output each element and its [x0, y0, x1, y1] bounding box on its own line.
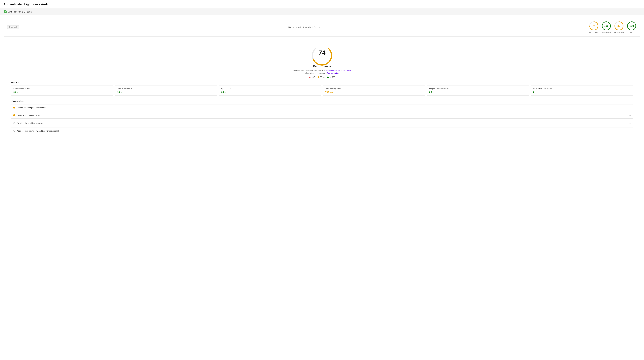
metric-name: Cumulative Layout Shift — [533, 88, 630, 90]
score-ring: 100 — [626, 21, 637, 31]
metric-value: 1.0 s — [117, 91, 215, 93]
diag-square-icon — [14, 107, 15, 109]
score-value: 83 — [618, 25, 620, 28]
audit-url: https://testevolve.testevolve.io/signin — [288, 26, 320, 28]
diag-left: Keep request counts low and transfer siz… — [14, 130, 59, 132]
audit-card: lh pre auth https://testevolve.testevolv… — [4, 18, 640, 37]
metric-card: First Contentful Paint 0.0 s — [11, 86, 113, 96]
page-title: Authenticated Lighthouse Audit — [4, 3, 640, 6]
perf-legend: 0-49 50-89 90-100 — [309, 76, 335, 78]
metric-card: Time to interactive 1.0 s — [115, 86, 217, 96]
score-label: Best Practices — [614, 32, 624, 33]
big-gauge: 74 — [310, 44, 334, 63]
metrics-title: Metrics — [11, 81, 633, 84]
step-text: I execute a LH audit — [13, 11, 32, 13]
legend-tri-icon — [309, 77, 311, 78]
calculator-link[interactable]: See calculator — [327, 72, 338, 74]
step-bold: And — [8, 11, 12, 13]
legend-range-0-49: 0-49 — [312, 76, 315, 78]
metric-value: 700 ms — [325, 91, 423, 93]
legend-90-100: 90-100 — [327, 76, 335, 78]
legend-range-90-100: 90-100 — [330, 76, 335, 78]
metric-card: Cumulative Layout Shift 0 — [531, 86, 633, 96]
perf-score-link[interactable]: performance score is calculated — [326, 69, 351, 71]
score-label: Accessibility — [602, 32, 611, 33]
metric-name: Total Blocking Time — [325, 88, 423, 90]
metric-name: Speed Index — [221, 88, 319, 90]
metrics-grid: First Contentful Paint 0.0 s Time to int… — [11, 86, 633, 96]
metric-name: Time to interactive — [117, 88, 215, 90]
chevron-down-icon: ⌵ — [630, 130, 630, 132]
score-circle-performance: 74 Performance — [589, 21, 599, 33]
diagnostics-list: Reduce JavaScript execution time ⌵ Minim… — [11, 104, 633, 134]
score-circle-best-practices: 83 Best Practices — [614, 21, 624, 33]
diagnostics-section: Diagnostics Reduce JavaScript execution … — [7, 100, 637, 138]
scores-row: 74 Performance 100 Accessibility 83 Best… — [589, 21, 637, 33]
diag-label: Keep request counts low and transfer siz… — [17, 130, 59, 132]
legend-0-49: 0-49 — [309, 76, 315, 78]
diag-label: Reduce JavaScript execution time — [17, 107, 46, 109]
diag-left: Avoid chaining critical requests — [14, 122, 43, 124]
perf-desc: Values are estimated and may vary. The p… — [292, 69, 352, 75]
diag-circle-icon — [14, 130, 15, 132]
diagnostics-item[interactable]: Avoid chaining critical requests ⌵ — [11, 120, 633, 126]
big-score-text: 74 — [318, 49, 326, 56]
diag-left: Minimize main-thread work — [14, 114, 40, 117]
step-check-icon: ✓ — [4, 10, 7, 14]
performance-section: 74 Performance Values are estimated and … — [4, 39, 640, 141]
diagnostics-title: Diagnostics — [11, 100, 633, 103]
legend-range-50-89: 50-89 — [320, 76, 324, 78]
metric-value: 0.7 s — [429, 91, 527, 93]
score-ring: 83 — [614, 21, 624, 31]
score-label: Performance — [589, 32, 598, 33]
score-circle-seo: 100 SEO — [626, 21, 637, 33]
score-value: 74 — [592, 25, 595, 28]
chevron-down-icon: ⌵ — [630, 122, 630, 124]
score-ring: 100 — [601, 21, 612, 31]
legend-50-89: 50-89 — [318, 76, 324, 78]
metric-card: Largest Contentful Paint 0.7 s — [427, 86, 529, 96]
metric-value: 0 — [533, 91, 630, 93]
step-label: And I execute a LH audit — [8, 11, 32, 13]
diag-square-icon — [14, 114, 15, 116]
legend-dot-orange — [318, 77, 319, 78]
diag-left: Reduce JavaScript execution time — [14, 107, 46, 109]
chevron-down-icon: ⌵ — [630, 106, 630, 109]
page-header: Authenticated Lighthouse Audit — [0, 0, 644, 8]
score-value: 100 — [604, 25, 608, 28]
chevron-down-icon: ⌵ — [630, 114, 630, 117]
diag-circle-icon — [14, 122, 15, 124]
diagnostics-item[interactable]: Reduce JavaScript execution time ⌵ — [11, 104, 633, 111]
legend-dot-green — [327, 77, 329, 78]
score-label: SEO — [630, 32, 633, 33]
score-value: 100 — [630, 25, 634, 28]
score-ring: 74 — [589, 21, 599, 31]
pre-auth-badge: lh pre auth — [7, 25, 19, 29]
score-circle-accessibility: 100 Accessibility — [601, 21, 612, 33]
perf-gauge-area: 74 Performance Values are estimated and … — [7, 44, 637, 78]
diag-label: Avoid chaining critical requests — [17, 122, 43, 124]
step-bar: ✓ And I execute a LH audit — [0, 8, 644, 15]
metric-card: Speed Index 0.8 s — [219, 86, 321, 96]
metric-name: Largest Contentful Paint — [429, 88, 527, 90]
metric-value: 0.8 s — [221, 91, 319, 93]
metric-value: 0.0 s — [14, 91, 111, 93]
diagnostics-item[interactable]: Keep request counts low and transfer siz… — [11, 128, 633, 134]
metrics-section: Metrics First Contentful Paint 0.0 s Tim… — [7, 81, 637, 96]
diag-label: Minimize main-thread work — [17, 114, 40, 117]
metric-card: Total Blocking Time 700 ms — [323, 86, 425, 96]
audit-top-row: lh pre auth https://testevolve.testevolv… — [7, 21, 637, 33]
metric-name: First Contentful Paint — [14, 88, 111, 90]
diagnostics-item[interactable]: Minimize main-thread work ⌵ — [11, 112, 633, 119]
